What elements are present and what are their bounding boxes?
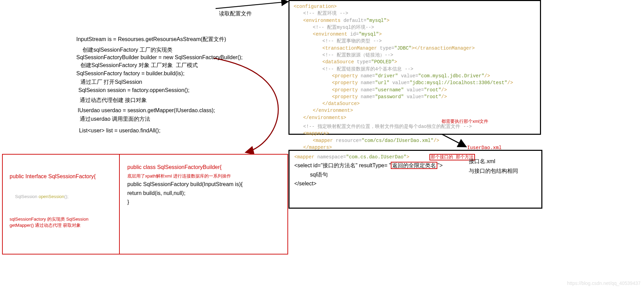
code-l10: 通过userdao 调用里面的方法: [80, 116, 278, 123]
m-selb: ">: [437, 162, 442, 168]
code-steps: InputStream is = Resourses.getResourseAs…: [76, 36, 278, 134]
x-c16c: "com/cs/dao/IUserDao.xml": [362, 138, 434, 143]
left-line1c: ();: [64, 194, 68, 199]
left-note1: sqlSessionFactory 的实现类 SqlSession: [10, 216, 88, 222]
x-p4n: name=: [361, 94, 375, 100]
label-read-config: 读取配置文件: [219, 10, 252, 17]
x-c9d: >: [394, 59, 397, 65]
m-nsc: "com.cs.dao.IUserDao": [346, 154, 406, 160]
x-c3d: >: [387, 18, 389, 23]
code-l8: 通过动态代理创建 接口对象: [80, 97, 278, 104]
x-p2vv: "jdbc:mysql://localhost:3306/test": [410, 80, 507, 86]
x-p3n: name=: [361, 87, 375, 93]
x-p1vv: "com.mysql.jdbc.Driver": [418, 73, 484, 79]
x-c12: </environment>: [313, 108, 353, 113]
x-p3vv: "root": [424, 87, 441, 93]
x-c7c: "JDBC": [394, 45, 411, 51]
mid-title: public class SqlSessionFactoryBuilder{: [127, 164, 222, 170]
x-c16b: resource=: [336, 138, 362, 143]
left-note2: getMapper() 通过动态代理 获取对象: [10, 222, 81, 228]
x-p2v: value=: [392, 80, 409, 86]
x-p1n: name=: [361, 73, 375, 79]
x-c15: <mappers>: [303, 131, 329, 136]
x-c5c: "mysql": [359, 31, 379, 37]
x-c9a: <dataSource: [322, 59, 357, 65]
left-title: public Interface SqlSessionFactory{: [10, 173, 96, 180]
m-close: </select>: [294, 181, 537, 187]
x-c16a: <mapper: [313, 138, 336, 143]
x-c5d: >: [379, 31, 382, 37]
m-annot: 那个接口的 那个方法: [429, 154, 475, 160]
x-p1e: />: [484, 73, 490, 79]
x-p1nv: "driver": [375, 73, 398, 79]
code-l3: SqlSessionFactoryBuilder builder = new S…: [76, 54, 278, 61]
code-l11: List<user> list = userdao.findAll();: [79, 128, 278, 134]
x-p4vv: "root": [424, 94, 441, 100]
watermark: https://blog.csdn.net/qq_40539437: [567, 280, 641, 286]
code-l7: SqlSession session = factory.oppenSessio…: [78, 87, 278, 93]
m-selmid: 返回的全限定类名: [391, 162, 437, 169]
x-c2: <!-- 配置环境 -->: [303, 11, 348, 16]
m-nsd: >: [407, 154, 409, 160]
left-line1b: openSession: [39, 194, 64, 199]
x-p4a: <property: [332, 94, 361, 100]
x-p1a: <property: [332, 73, 361, 79]
x-p4e: />: [441, 94, 447, 100]
code-l4: 创建SqlSessionFactory 对象 工厂对象 工厂模式: [80, 62, 278, 69]
x-p4nv: "password": [375, 94, 404, 100]
x-p1v: value=: [401, 73, 418, 79]
mid-l1: public SqlSessionFactory build(InputStre…: [127, 181, 243, 187]
x-c11: </dataSource>: [322, 101, 360, 106]
box-mapper-xml: <mapper namespace="com.cs.dao.IUserDao">…: [288, 150, 542, 209]
code-l5: SqlSessionFactory factory = builder.buil…: [76, 70, 278, 77]
box-sqlsessionfactorybuilder: public class SqlSessionFactoryBuilder{ 底…: [119, 154, 288, 254]
x-c7d: ></transactionManager>: [411, 45, 475, 51]
x-c9b: type=: [357, 59, 371, 65]
mid-l3: }: [127, 199, 129, 205]
code-l1: InputStream is = Resourses.getResourseAs…: [76, 36, 278, 43]
mapper-right1: 接口名.xml: [469, 158, 495, 165]
x-c3b: default=: [344, 18, 366, 23]
box-sqlsessionfactory: public Interface SqlSessionFactory{ SqlS…: [2, 154, 120, 254]
x-p4v: value=: [407, 94, 424, 100]
x-c5a: <environment: [313, 31, 350, 37]
code-l9: IUserdao userdao = session.getMapper(IUs…: [78, 107, 278, 114]
mid-sub: 底层用了xpath解析xml 进行连接数据库的一系列操作: [127, 173, 231, 179]
m-sela: <select id="接口的方法名" resultType= ": [294, 162, 391, 168]
x-c3c: "mysql": [366, 18, 387, 23]
x-c4: <!-- 配置mysql的环境-->: [313, 25, 374, 30]
x-c13: </environments>: [303, 115, 346, 120]
left-line1a: SqlSession: [15, 194, 39, 199]
xml-note: 都需要执行那个xml文件: [441, 118, 488, 125]
x-c10: <!-- 配置链接数据库的4个基本信息 -->: [322, 66, 413, 72]
code-l2: 创建sqlSessionFactory 工厂的实现类: [82, 47, 278, 54]
mid-l2: return build(is, null,null);: [127, 190, 185, 196]
x-c9c: "POOLED": [371, 59, 394, 65]
x-c16d: />: [434, 138, 439, 143]
x-c7a: <transactionManager: [322, 45, 380, 51]
x-c14: <!-- 指定映射配置文件的位置，映射文件指的是每个dao独立的配置文件 -->: [303, 124, 472, 129]
mapper-right2: 与接口的包结构相同: [469, 168, 518, 175]
x-p2a: <property: [332, 80, 361, 86]
x-p2e: />: [507, 80, 513, 86]
x-p3e: />: [441, 87, 447, 93]
m-nsb: namespace=: [317, 154, 346, 160]
m-nsa: <mapper: [294, 154, 317, 160]
x-p3nv: "username": [375, 87, 404, 93]
box-config-xml: <configuration> <!-- 配置环境 --> <environme…: [288, 0, 541, 135]
x-c6: <!-- 配置事物的类型 -->: [322, 38, 382, 44]
x-p3a: <property: [332, 87, 361, 93]
x-p3v: value=: [407, 87, 424, 93]
x-c3a: <environments: [303, 18, 344, 23]
x-c5b: id=: [350, 31, 359, 37]
x-c17: </mappers>: [303, 145, 332, 150]
x-p2n: name=: [361, 80, 375, 86]
code-l6: 通过工厂 打开SqlSession: [80, 79, 278, 86]
x-c7b: type=: [380, 45, 394, 51]
x-c1: <configuration>: [294, 4, 337, 9]
x-c8: <!-- 配置数据源（链接池）-->: [322, 52, 393, 58]
x-p2nv: "url": [375, 80, 389, 86]
